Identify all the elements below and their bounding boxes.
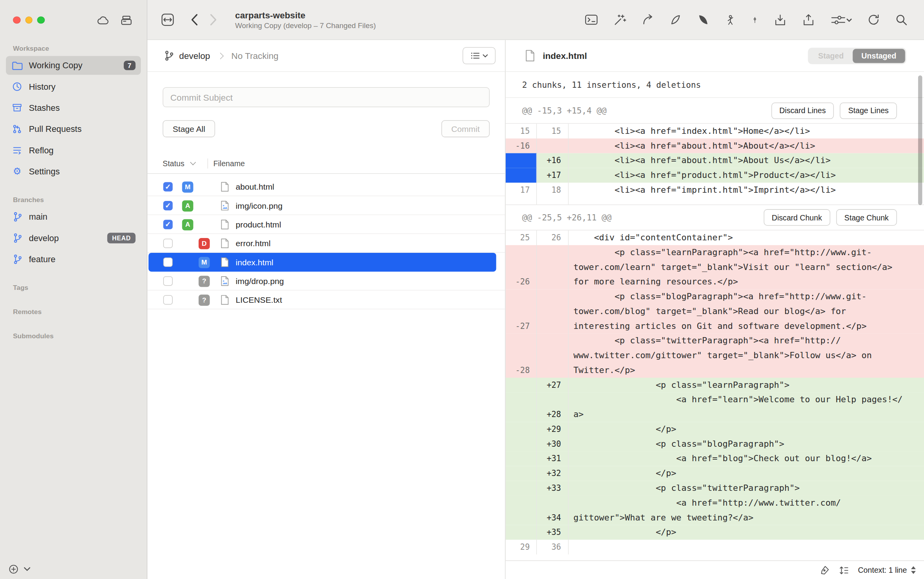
old-line-number xyxy=(506,525,537,540)
file-row[interactable]: Derror.html xyxy=(147,234,505,253)
sidebar-item-working-copy[interactable]: Working Copy 7 xyxy=(6,56,141,75)
sidebar-section-remotes[interactable]: Remotes xyxy=(0,308,147,315)
sidebar-item-history[interactable]: History xyxy=(6,77,141,96)
diff-line[interactable]: +31 <a href="blog">Check out our blog!</… xyxy=(506,451,924,466)
diff-line[interactable]: 2526 <div id="contentContainer"> xyxy=(506,230,924,245)
discard-lines-button[interactable]: Discard Lines xyxy=(771,102,834,119)
file-row[interactable]: Aimg/icon.png xyxy=(147,196,505,215)
diff-line[interactable]: -27 <p class="blogParagraph"><a href="ht… xyxy=(506,290,924,334)
pull-request-icon xyxy=(11,123,23,135)
sign-pen-icon[interactable] xyxy=(819,565,830,575)
stash-save-icon[interactable] xyxy=(774,13,787,26)
sidebar: Workspace Working Copy 7 History Stashes xyxy=(0,0,147,579)
refresh-icon[interactable] xyxy=(867,14,880,26)
add-repository-button[interactable] xyxy=(8,564,19,574)
stage-checkbox[interactable] xyxy=(163,295,172,305)
view-options-icon[interactable] xyxy=(830,13,852,26)
stage-checkbox[interactable] xyxy=(163,182,172,192)
minimize-button[interactable] xyxy=(25,16,32,24)
diff-line[interactable]: -26 <p class="learnParagraph"><a href="h… xyxy=(506,245,924,289)
share-icon[interactable] xyxy=(642,14,654,26)
stage-all-button[interactable]: Stage All xyxy=(163,120,215,137)
branch-icon xyxy=(11,232,23,244)
staged-tab[interactable]: Staged xyxy=(809,49,853,63)
sidebar-item-settings[interactable]: ⚙ Settings xyxy=(6,162,141,181)
file-row[interactable]: Mindex.html xyxy=(149,253,496,272)
tracking-status[interactable]: No Tracking xyxy=(231,51,279,61)
stage-checkbox[interactable] xyxy=(163,239,172,248)
diff-pane: index.html Staged Unstaged 2 chunks, 11 … xyxy=(506,40,924,579)
diff-code-text: <li><a href="about.html">About</a></li> xyxy=(569,139,904,153)
sidebar-top xyxy=(0,0,147,40)
stash-apply-icon[interactable] xyxy=(802,13,815,26)
search-icon[interactable] xyxy=(895,14,908,26)
sidebar-item-label: Settings xyxy=(29,167,60,176)
current-branch[interactable]: develop xyxy=(179,51,210,61)
working-copy-switch-icon[interactable] xyxy=(160,12,175,27)
line-spacing-icon[interactable] xyxy=(839,565,849,575)
diff-line[interactable]: +27 <p class="learnParagraph"> xyxy=(506,378,924,393)
diff-line[interactable]: +30 <p class="blogParagraph"> xyxy=(506,437,924,451)
diff-line[interactable]: +33 <p class="twitterParagraph"> xyxy=(506,481,924,496)
sidebar-section-tags[interactable]: Tags xyxy=(0,284,147,291)
diff-line[interactable]: 1515 <li><a href="index.html">Home</a></… xyxy=(506,124,924,139)
file-row[interactable]: ?LICENSE.txt xyxy=(147,291,505,309)
diff-line[interactable]: 2936 xyxy=(506,540,924,554)
sidebar-item-label: Reflog xyxy=(29,146,53,155)
diff-line[interactable]: 1718 <li><a href="imprint.html">Imprint<… xyxy=(506,183,924,197)
checkout-icon[interactable] xyxy=(725,13,736,26)
chevron-down-icon[interactable] xyxy=(23,567,30,572)
discard-chunk-button[interactable]: Discard Chunk xyxy=(764,209,830,226)
sidebar-item-stashes[interactable]: Stashes xyxy=(6,98,141,117)
stage-chunk-button[interactable]: Stage Chunk xyxy=(836,209,897,226)
cloud-icon[interactable] xyxy=(97,14,110,26)
status-badges: A xyxy=(182,219,218,230)
filename-column-header[interactable]: Filename xyxy=(213,159,245,168)
commit-button[interactable]: Commit xyxy=(441,120,490,137)
diff-code-text: <div id="contentContainer"> xyxy=(569,230,904,245)
diff-line[interactable]: +16 <li><a href="about.html">About Us</a… xyxy=(506,153,924,168)
push-icon[interactable] xyxy=(697,14,710,26)
file-row[interactable]: Mabout.html xyxy=(147,178,505,196)
forward-button[interactable] xyxy=(210,14,218,26)
sidebar-item-branch-main[interactable]: main xyxy=(6,208,141,226)
unstaged-tab[interactable]: Unstaged xyxy=(853,49,905,63)
stage-checkbox[interactable] xyxy=(163,276,172,286)
file-row[interactable]: ?img/drop.png xyxy=(147,272,505,290)
stage-checkbox[interactable] xyxy=(163,258,172,267)
sidebar-section-submodules[interactable]: Submodules xyxy=(0,332,147,339)
sidebar-item-reflog[interactable]: Reflog xyxy=(6,141,141,160)
diff-line[interactable]: +32 </p> xyxy=(506,466,924,481)
diff-line[interactable]: -28 <p class="twitterParagraph"><a href=… xyxy=(506,334,924,378)
vertical-scrollbar[interactable] xyxy=(918,75,922,205)
reflog-icon xyxy=(11,144,23,156)
status-column-header[interactable]: Status xyxy=(163,159,185,168)
diff-line[interactable]: +34 <a href="http://www.twitter.com/gitt… xyxy=(506,496,924,525)
commit-icon[interactable] xyxy=(752,13,759,26)
file-row[interactable]: Aproduct.html xyxy=(147,215,505,234)
sidebar-item-branch-feature[interactable]: feature xyxy=(6,250,141,268)
diff-line[interactable]: +29 </p> xyxy=(506,422,924,437)
stage-checkbox[interactable] xyxy=(163,220,172,229)
commit-subject-input[interactable] xyxy=(163,87,490,107)
stage-lines-button[interactable]: Stage Lines xyxy=(840,102,897,119)
back-button[interactable] xyxy=(190,14,198,26)
context-lines-select[interactable]: Context: 1 line xyxy=(858,566,916,575)
view-mode-button[interactable] xyxy=(463,47,496,64)
sidebar-item-pull-requests[interactable]: Pull Requests xyxy=(6,120,141,139)
diff-line[interactable]: +17 <li><a href="product.html">Product</… xyxy=(506,168,924,183)
diff-stats: 2 chunks, 11 insertions, 4 deletions xyxy=(506,72,924,98)
quick-actions-icon[interactable] xyxy=(613,14,626,26)
old-line-number xyxy=(506,393,537,422)
diff-line[interactable]: +28 <a href="learn">Welcome to our Help … xyxy=(506,393,924,422)
tray-icon[interactable] xyxy=(120,14,133,26)
terminal-icon[interactable] xyxy=(585,14,598,26)
stage-checkbox[interactable] xyxy=(163,201,172,210)
fetch-icon[interactable] xyxy=(670,14,682,26)
zoom-button[interactable] xyxy=(37,16,44,24)
diff-content: @@ -15,3 +15,4 @@ Discard Lines Stage Li… xyxy=(506,98,924,561)
sidebar-item-branch-develop[interactable]: develop HEAD xyxy=(6,229,141,247)
close-button[interactable] xyxy=(13,16,20,24)
diff-line[interactable]: +35 </p> xyxy=(506,525,924,540)
diff-line[interactable]: -16 <li><a href="about.html">About</a></… xyxy=(506,139,924,153)
